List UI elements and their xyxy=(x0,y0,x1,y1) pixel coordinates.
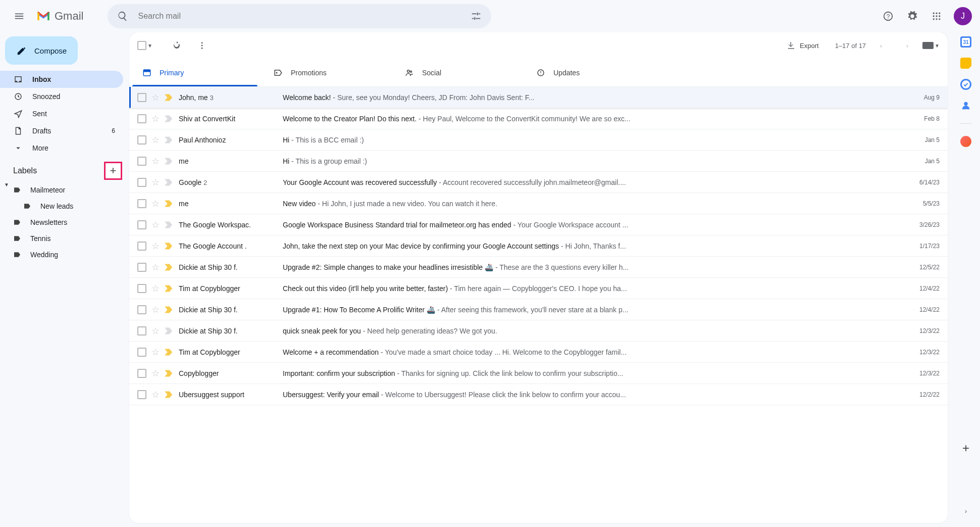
nav-item-more[interactable]: More xyxy=(0,139,123,157)
refresh-button[interactable] xyxy=(166,34,188,57)
row-checkbox[interactable] xyxy=(137,348,146,357)
importance-marker[interactable] xyxy=(165,370,174,377)
star-icon[interactable]: ☆ xyxy=(151,92,160,103)
compose-button[interactable]: Compose xyxy=(5,36,78,65)
help-button[interactable]: ? xyxy=(877,5,899,27)
nav-item-snoozed[interactable]: Snoozed xyxy=(0,88,123,105)
label-item[interactable]: Wedding xyxy=(0,247,129,263)
next-page-button[interactable]: › xyxy=(896,34,918,57)
importance-marker[interactable] xyxy=(165,158,174,165)
settings-button[interactable] xyxy=(901,5,923,27)
prev-page-button[interactable]: ‹ xyxy=(870,34,892,57)
star-icon[interactable]: ☆ xyxy=(151,156,160,167)
row-checkbox[interactable] xyxy=(137,390,146,399)
email-row[interactable]: ☆The Google Workspac.Google Workspace Bu… xyxy=(129,214,948,235)
row-checkbox[interactable] xyxy=(137,135,146,145)
tab-social[interactable]: Social xyxy=(392,59,523,86)
row-checkbox[interactable] xyxy=(137,305,146,314)
importance-marker[interactable] xyxy=(165,179,174,186)
expand-icon[interactable]: ▼ xyxy=(4,182,9,187)
star-icon[interactable]: ☆ xyxy=(151,304,160,315)
apps-button[interactable] xyxy=(925,5,948,27)
importance-marker[interactable] xyxy=(165,243,174,250)
importance-marker[interactable] xyxy=(165,306,174,313)
importance-marker[interactable] xyxy=(165,391,174,398)
star-icon[interactable]: ☆ xyxy=(151,347,160,358)
addon-icon[interactable] xyxy=(960,136,971,147)
importance-marker[interactable] xyxy=(165,221,174,228)
star-icon[interactable]: ☆ xyxy=(151,177,160,188)
importance-marker[interactable] xyxy=(165,115,174,122)
tab-primary[interactable]: Primary xyxy=(129,59,261,86)
email-row[interactable]: ☆Tim at CopybloggerCheck out this video … xyxy=(129,278,948,299)
logo[interactable]: Gmail xyxy=(34,10,98,23)
select-all[interactable]: ▼ xyxy=(137,41,152,50)
tasks-app-icon[interactable] xyxy=(960,79,971,90)
email-row[interactable]: ☆Paul AnthoniozHi - This is a BCC email … xyxy=(129,129,948,151)
search-bar[interactable] xyxy=(108,4,491,28)
email-row[interactable]: ☆meHi - This is a group email :)Jan 5 xyxy=(129,151,948,172)
keep-app-icon[interactable] xyxy=(960,58,971,69)
get-addons-button[interactable]: + xyxy=(955,437,977,459)
row-checkbox[interactable] xyxy=(137,284,146,293)
input-tools-button[interactable]: ▼ xyxy=(922,42,940,49)
star-icon[interactable]: ☆ xyxy=(151,262,160,273)
row-checkbox[interactable] xyxy=(137,263,146,272)
row-checkbox[interactable] xyxy=(137,178,146,187)
email-row[interactable]: ☆Dickie at Ship 30 f.Upgrade #1: How To … xyxy=(129,299,948,320)
star-icon[interactable]: ☆ xyxy=(151,219,160,230)
contacts-app-icon[interactable] xyxy=(960,100,971,111)
importance-marker[interactable] xyxy=(165,94,174,101)
email-row[interactable]: ☆John, me 3Welcome back! - Sure, see you… xyxy=(129,87,948,108)
star-icon[interactable]: ☆ xyxy=(151,283,160,294)
row-checkbox[interactable] xyxy=(137,114,146,123)
search-button[interactable] xyxy=(112,5,134,27)
star-icon[interactable]: ☆ xyxy=(151,113,160,124)
search-options-button[interactable] xyxy=(465,5,487,27)
label-item[interactable]: New leads xyxy=(0,198,129,214)
star-icon[interactable]: ☆ xyxy=(151,325,160,337)
row-checkbox[interactable] xyxy=(137,242,146,251)
email-row[interactable]: ☆Dickie at Ship 30 f.Upgrade #2: Simple … xyxy=(129,257,948,278)
importance-marker[interactable] xyxy=(165,349,174,356)
importance-marker[interactable] xyxy=(165,264,174,271)
add-label-button[interactable]: + xyxy=(104,162,122,180)
email-row[interactable]: ☆Shiv at ConvertKitWelcome to the Creato… xyxy=(129,108,948,129)
email-row[interactable]: ☆meNew video - Hi John, I just made a ne… xyxy=(129,193,948,214)
email-row[interactable]: ☆CopybloggerImportant: confirm your subs… xyxy=(129,363,948,384)
export-button[interactable]: Export xyxy=(787,41,819,50)
more-button[interactable] xyxy=(191,34,213,57)
label-item[interactable]: Mailmeteor xyxy=(0,182,129,198)
email-row[interactable]: ☆The Google Account .John, take the next… xyxy=(129,235,948,257)
collapse-panel-button[interactable]: › xyxy=(955,500,977,522)
email-row[interactable]: ☆Google 2Your Google Account was recover… xyxy=(129,172,948,193)
nav-item-sent[interactable]: Sent xyxy=(0,105,123,122)
email-row[interactable]: ☆Tim at CopybloggerWelcome + a recommend… xyxy=(129,342,948,363)
importance-marker[interactable] xyxy=(165,285,174,292)
calendar-app-icon[interactable]: 31 xyxy=(960,36,971,47)
nav-item-inbox[interactable]: Inbox xyxy=(0,71,123,88)
email-row[interactable]: ☆Ubersuggest supportUbersuggest: Verify … xyxy=(129,384,948,405)
row-checkbox[interactable] xyxy=(137,369,146,378)
nav-item-drafts[interactable]: Drafts6 xyxy=(0,122,123,139)
label-item[interactable]: Newsletters xyxy=(0,214,129,230)
account-avatar[interactable]: J xyxy=(954,7,972,25)
star-icon[interactable]: ☆ xyxy=(151,198,160,209)
row-checkbox[interactable] xyxy=(137,157,146,166)
main-menu-button[interactable] xyxy=(8,5,30,27)
star-icon[interactable]: ☆ xyxy=(151,368,160,379)
label-item[interactable]: Tennis xyxy=(0,230,129,247)
email-row[interactable]: ☆Dickie at Ship 30 f.quick sneak peek fo… xyxy=(129,320,948,342)
tab-promotions[interactable]: Promotions xyxy=(261,59,392,86)
search-input[interactable] xyxy=(134,12,465,21)
tab-updates[interactable]: Updates xyxy=(523,59,654,86)
importance-marker[interactable] xyxy=(165,327,174,334)
importance-marker[interactable] xyxy=(165,136,174,143)
star-icon[interactable]: ☆ xyxy=(151,389,160,400)
row-checkbox[interactable] xyxy=(137,220,146,229)
select-all-checkbox[interactable] xyxy=(137,41,146,50)
star-icon[interactable]: ☆ xyxy=(151,241,160,252)
row-checkbox[interactable] xyxy=(137,326,146,336)
row-checkbox[interactable] xyxy=(137,93,146,102)
row-checkbox[interactable] xyxy=(137,199,146,208)
